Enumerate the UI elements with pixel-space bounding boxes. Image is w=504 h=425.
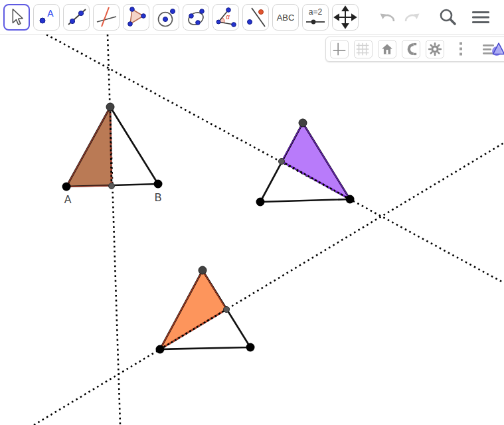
triangle-brown-edge [66, 186, 112, 187]
undo-icon [378, 9, 396, 26]
move-tool-button[interactable] [3, 4, 30, 31]
line-icon [64, 5, 89, 30]
point-icon: A [34, 5, 59, 30]
hamburger-menu-icon [471, 9, 491, 26]
slider-tool-button[interactable]: a=2 [302, 4, 329, 31]
toggle-axes-button[interactable] [330, 40, 349, 58]
menu-button[interactable] [471, 9, 491, 26]
angle-tool-label: α [226, 13, 230, 21]
slider-icon: a=2 [303, 5, 328, 30]
fold-line-descending[interactable] [46, 35, 504, 283]
vertex-point[interactable] [106, 103, 114, 111]
more-options-button[interactable] [455, 40, 467, 58]
home-button[interactable] [378, 40, 396, 58]
snap-to-grid-button[interactable] [402, 40, 420, 58]
search-icon [438, 7, 458, 27]
toolbar-actions [378, 7, 504, 27]
kebab-menu-icon [457, 40, 465, 58]
reflect-about-line-icon [243, 5, 268, 30]
magnet-icon [402, 40, 420, 58]
point-label-A: A [64, 194, 72, 205]
angle-tool-button[interactable]: α [212, 4, 239, 31]
graphics-stylebar [325, 37, 504, 62]
text-icon: ABC [273, 5, 298, 30]
point-label-B: B [155, 192, 162, 203]
vertex-point[interactable] [299, 119, 307, 127]
angle-icon: α [213, 5, 238, 30]
main-toolbar: A [0, 0, 504, 35]
settings-button[interactable] [426, 40, 444, 58]
grid-icon [355, 40, 372, 58]
polygon-icon [124, 5, 149, 30]
text-tool-button[interactable]: ABC [272, 4, 299, 31]
triangle-purple-fill[interactable] [282, 123, 350, 199]
gear-icon [426, 40, 444, 58]
vertex-point[interactable] [199, 266, 207, 274]
geometry-construction: AB [0, 35, 504, 425]
circle-tool-button[interactable] [153, 4, 179, 31]
move-view-icon [333, 5, 358, 30]
fold-point[interactable] [224, 307, 230, 313]
line-tool-button[interactable] [63, 4, 90, 31]
text-tool-label: ABC [277, 13, 295, 23]
polygon-tool-button[interactable] [123, 4, 149, 31]
point-tool-button[interactable]: A [33, 4, 60, 31]
ellipse-icon [183, 5, 209, 30]
home-icon [378, 40, 396, 58]
triangle-orange-fill[interactable] [160, 270, 226, 349]
vertex-point[interactable] [346, 195, 355, 204]
fold-point[interactable] [109, 183, 115, 189]
point-A[interactable] [62, 183, 71, 191]
point-tool-label: A [47, 8, 54, 19]
slider-tool-label: a=2 [309, 7, 323, 17]
ellipse-tool-button[interactable] [183, 4, 209, 31]
vertex-point[interactable] [246, 343, 255, 352]
reflect-tool-button[interactable] [242, 4, 269, 31]
vertex-point[interactable] [156, 345, 165, 354]
redo-icon [404, 9, 422, 26]
cursor-icon [5, 5, 29, 30]
axes-icon [331, 40, 348, 58]
fold-point[interactable] [279, 159, 285, 165]
perpendicular-line-tool-button[interactable] [93, 4, 120, 31]
circle-icon [153, 5, 179, 30]
graphics-view[interactable]: AB [0, 35, 504, 425]
move-graphics-view-tool-button[interactable] [332, 4, 359, 31]
vertex-point[interactable] [256, 198, 265, 207]
undo-button[interactable] [378, 9, 396, 26]
perpendicular-line-icon [94, 5, 119, 30]
search-button[interactable] [438, 7, 458, 27]
style-panel-icon [481, 40, 504, 58]
point-B[interactable] [154, 180, 163, 189]
stylebar-panel-toggle-button[interactable] [480, 40, 504, 58]
fold-line-vertical[interactable] [108, 35, 120, 425]
toggle-grid-button[interactable] [354, 40, 373, 58]
redo-button[interactable] [404, 9, 422, 26]
